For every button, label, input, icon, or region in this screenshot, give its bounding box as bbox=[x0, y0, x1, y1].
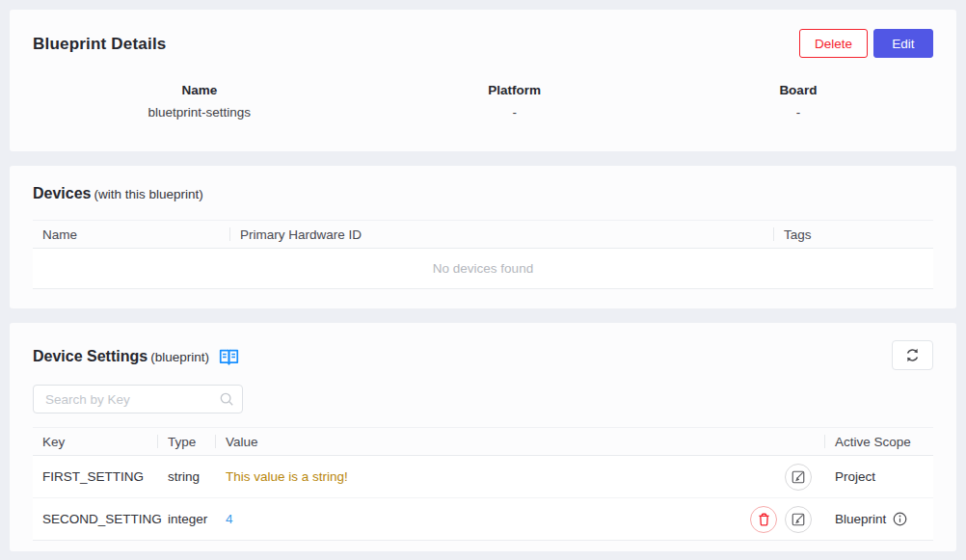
devices-card: Devices(with this blueprint) Name Primar… bbox=[10, 166, 956, 308]
active-scope-cell: Blueprint bbox=[825, 512, 933, 526]
docs-book-icon[interactable] bbox=[219, 349, 239, 365]
search-box bbox=[33, 385, 243, 413]
field-board: Board - bbox=[663, 83, 933, 120]
settings-table-header: Key Type Value Active Scope bbox=[33, 427, 933, 456]
delete-button[interactable]: Delete bbox=[799, 29, 868, 58]
active-scope-value: Blueprint bbox=[835, 512, 886, 526]
active-scope-cell: Project bbox=[825, 469, 933, 484]
field-name-label: Name bbox=[33, 83, 366, 97]
refresh-button[interactable] bbox=[892, 340, 933, 370]
field-platform-value: - bbox=[366, 105, 663, 120]
field-platform-label: Platform bbox=[366, 83, 663, 97]
field-board-label: Board bbox=[663, 83, 933, 97]
setting-value[interactable]: This value is a string! bbox=[226, 469, 348, 484]
page: Blueprint Details Delete Edit Name bluet… bbox=[0, 0, 966, 560]
setting-key: FIRST_SETTING bbox=[33, 469, 158, 484]
info-icon[interactable] bbox=[893, 512, 907, 526]
devices-title-text: Devices bbox=[33, 185, 92, 201]
field-platform: Platform - bbox=[366, 83, 663, 120]
blueprint-fields: Name bluetprint-settings Platform - Boar… bbox=[33, 83, 933, 120]
settings-col-type: Type bbox=[158, 428, 216, 455]
devices-table-header: Name Primary Hardware ID Tags bbox=[33, 220, 933, 249]
devices-col-hwid: Primary Hardware ID bbox=[230, 221, 774, 248]
settings-col-key: Key bbox=[33, 428, 158, 455]
settings-table: Key Type Value Active Scope FIRST_SETTIN… bbox=[33, 427, 933, 541]
devices-title: Devices(with this blueprint) bbox=[33, 185, 933, 202]
setting-key: SECOND_SETTING bbox=[33, 512, 158, 526]
devices-subtitle: (with this blueprint) bbox=[94, 187, 203, 201]
field-board-value: - bbox=[663, 105, 933, 120]
sync-icon bbox=[904, 347, 921, 363]
setting-type: string bbox=[158, 469, 216, 484]
device-settings-subtitle: (blueprint) bbox=[150, 350, 209, 364]
setting-type: integer bbox=[158, 512, 216, 526]
device-settings-title-text: Device Settings bbox=[33, 348, 148, 364]
device-settings-title: Device Settings(blueprint) bbox=[33, 348, 209, 365]
setting-row-second: SECOND_SETTING integer 4 bbox=[33, 498, 933, 541]
header-actions: Delete Edit bbox=[799, 29, 933, 58]
active-scope-value: Project bbox=[835, 469, 875, 484]
settings-col-scope: Active Scope bbox=[825, 428, 933, 455]
devices-col-name: Name bbox=[33, 221, 230, 248]
search-icon bbox=[219, 391, 234, 411]
devices-col-tags: Tags bbox=[774, 221, 933, 248]
delete-setting-button[interactable] bbox=[750, 506, 777, 533]
setting-value[interactable]: 4 bbox=[226, 512, 233, 526]
settings-col-value: Value bbox=[216, 428, 825, 455]
edit-setting-button[interactable] bbox=[785, 506, 812, 533]
page-title: Blueprint Details bbox=[33, 29, 166, 54]
devices-empty-message: No devices found bbox=[33, 249, 933, 289]
edit-setting-button[interactable] bbox=[785, 464, 812, 491]
devices-table: Name Primary Hardware ID Tags No devices… bbox=[33, 220, 933, 289]
blueprint-details-card: Blueprint Details Delete Edit Name bluet… bbox=[10, 10, 956, 151]
device-settings-card: Device Settings(blueprint) bbox=[10, 323, 956, 551]
setting-row-first: FIRST_SETTING string This value is a str… bbox=[33, 456, 933, 498]
field-name-value: bluetprint-settings bbox=[33, 105, 366, 120]
edit-button[interactable]: Edit bbox=[873, 29, 933, 58]
field-name: Name bluetprint-settings bbox=[33, 83, 366, 120]
search-input[interactable] bbox=[33, 385, 243, 413]
